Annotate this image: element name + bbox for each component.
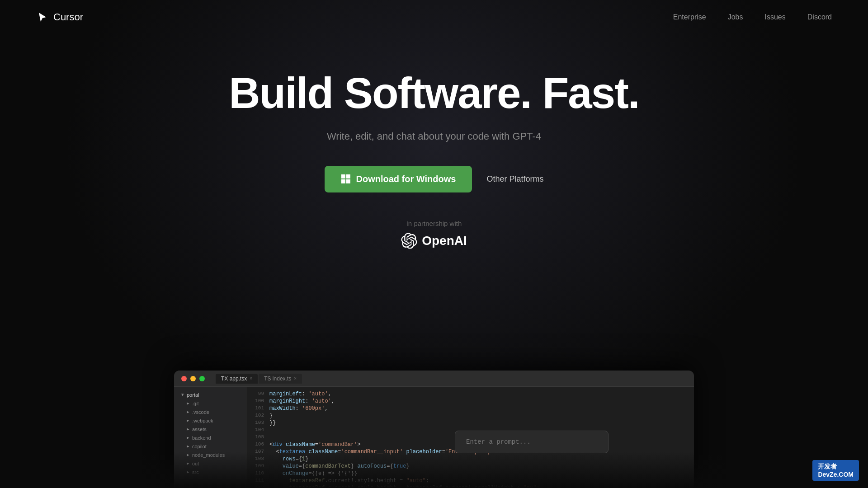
editor-titlebar: TX app.tsx × TS index.ts × [174,371,694,387]
code-line-99: 99 marginLeft: 'auto', [246,390,694,398]
code-line-110: 110 onChange={(e) => {'{'}} [246,470,694,477]
tab-index-ts[interactable]: TS index.ts × [259,374,302,384]
sidebar-item-git[interactable]: ▸ .git [174,399,246,408]
folder-icon-copilot: ▸ [187,443,189,449]
editor-code-area: 99 marginLeft: 'auto', 100 marginRight: … [246,387,694,488]
partnership-section: In partnership with OpenAI [401,220,467,249]
tab-tsx-label: TX app.tsx [221,375,247,382]
folder-icon-assets: ▸ [187,426,189,432]
folder-icon-vscode: ▸ [187,409,189,415]
folder-icon-src: ▸ [187,469,189,475]
code-line-100: 100 marginRight: 'auto', [246,398,694,405]
sidebar-item-src[interactable]: ▸ src [174,468,246,476]
openai-icon [401,233,417,249]
sidebar-item-backend[interactable]: ▸ backend [174,433,246,442]
other-platforms-link[interactable]: Other Platforms [486,174,543,184]
folder-icon-out: ▸ [187,460,189,466]
folder-icon-backend: ▸ [187,435,189,441]
sidebar-item-node-modules[interactable]: ▸ node_modules [174,450,246,459]
editor-body: ▾ portal ▸ .git ▸ .vscode ▸ .webpack ▸ a… [174,387,694,488]
sidebar-item-webpack[interactable]: ▸ .webpack [174,416,246,425]
nav-issues[interactable]: Issues [765,13,786,21]
tab-app-tsx[interactable]: TX app.tsx × [216,374,258,384]
logo[interactable]: Cursor [36,11,83,23]
hero-title: Build Software. Fast. [229,70,639,116]
traffic-green [199,376,205,381]
code-line-112: 112 textareaRef.current!.style.height = … [246,484,694,488]
code-line-101: 101 maxWidth: '600px', [246,405,694,412]
download-label: Download for Windows [356,174,456,184]
openai-logo: OpenAI [401,233,467,249]
editor-file-sidebar: ▾ portal ▸ .git ▸ .vscode ▸ .webpack ▸ a… [174,387,246,488]
code-line-111: 111 textareaRef.current!.style.height = … [246,477,694,484]
navbar: Cursor Enterprise Jobs Issues Discord [0,0,868,34]
logo-text: Cursor [53,11,83,23]
partnership-text: In partnership with [406,220,462,227]
svg-rect-3 [346,179,350,183]
tab-ts-close[interactable]: × [294,376,297,381]
folder-open-icon: ▾ [181,392,184,398]
nav-enterprise[interactable]: Enterprise [673,13,706,21]
svg-rect-0 [341,174,345,178]
tab-tsx-close[interactable]: × [250,376,252,381]
folder-icon-webpack: ▸ [187,418,189,423]
download-windows-button[interactable]: Download for Windows [325,166,472,192]
button-row: Download for Windows Other Platforms [325,166,544,192]
openai-text: OpenAI [422,234,467,248]
prompt-placeholder-text: Enter a prompt... [466,438,531,446]
traffic-red [181,376,187,381]
tab-ts-label: TS index.ts [264,375,291,382]
nav-discord[interactable]: Discord [807,13,832,21]
hero-section: Build Software. Fast. Write, edit, and c… [0,34,868,276]
cursor-logo-icon [36,11,49,23]
sidebar-item-copilot[interactable]: ▸ copilot [174,442,246,450]
sidebar-item-assets[interactable]: ▸ assets [174,425,246,433]
folder-icon: ▸ [187,400,189,406]
folder-icon-node: ▸ [187,452,189,458]
code-line-109: 109 value={commandBarText} autoFocus={tr… [246,463,694,470]
code-line-102: 102 } [246,412,694,419]
prompt-overlay[interactable]: Enter a prompt... [455,431,609,453]
editor-tabs: TX app.tsx × TS index.ts × [216,374,302,384]
sidebar-item-out[interactable]: ▸ out [174,459,246,468]
editor-preview: TX app.tsx × TS index.ts × ▾ portal ▸ .g… [174,371,694,488]
sidebar-item-vscode[interactable]: ▸ .vscode [174,408,246,416]
traffic-yellow [190,376,196,381]
windows-icon [341,174,351,184]
code-line-103: 103 }} [246,419,694,427]
sidebar-item-portal[interactable]: ▾ portal [174,390,246,399]
hero-subtitle: Write, edit, and chat about your code wi… [327,131,541,142]
code-line-108: 108 rows={1} [246,455,694,463]
nav-jobs[interactable]: Jobs [728,13,743,21]
watermark: 开发者DevZe.COM [812,460,859,481]
svg-rect-2 [341,179,345,183]
svg-rect-1 [346,174,350,178]
nav-links: Enterprise Jobs Issues Discord [673,13,832,21]
